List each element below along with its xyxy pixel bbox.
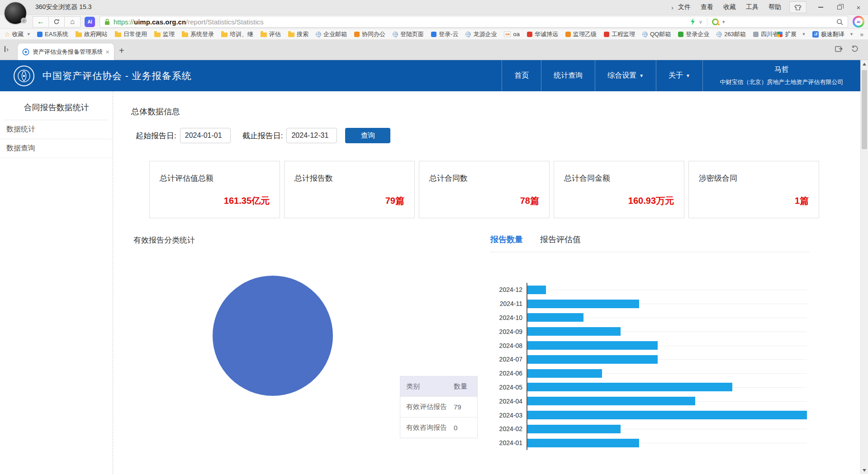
favorites-button[interactable]: ☆ 收藏 ▾ (5, 30, 30, 38)
nav-item[interactable]: 统计查询 (541, 60, 595, 91)
search-box[interactable]: ▾ (712, 19, 843, 25)
reload-button[interactable] (48, 16, 65, 28)
bar-plot (526, 338, 807, 352)
site-icon (527, 32, 532, 37)
360-search-icon[interactable] (712, 19, 719, 25)
bookmark-label: 四川省房 (761, 30, 777, 38)
bookmark-item[interactable]: QQ邮箱 (642, 30, 671, 38)
date-filter-form: 起始报告日: 截止报告日: 查询 (136, 128, 390, 143)
bar-row: 2024-09 (490, 324, 807, 338)
url-text[interactable]: https://uimp.cas.org.cn/report/Statistic… (114, 18, 686, 26)
bookmark-item[interactable]: 监理 (154, 30, 175, 38)
url-dropdown-icon[interactable]: ∨ (699, 19, 702, 25)
translate-button[interactable]: 译 极速翻译 ▾ (812, 30, 853, 38)
bar-plot (526, 408, 807, 422)
send-page-button[interactable] (835, 45, 843, 54)
bookmark-label: 搜索 (297, 30, 308, 38)
page-scrollbar[interactable] (860, 60, 868, 474)
bookmark-label: EAS系统 (45, 30, 68, 38)
bookmark-item[interactable]: 登录企业 (678, 30, 709, 38)
menu-item[interactable]: 查看 (701, 3, 713, 11)
menu-expand-icon[interactable]: › (667, 4, 678, 11)
bookmark-item[interactable]: 监理乙级 (565, 30, 597, 38)
address-bar[interactable]: https://uimp.cas.org.cn/report/Statistic… (100, 16, 848, 28)
stat-card: 总计报告数79篇 (284, 161, 415, 218)
home-button[interactable]: ⌂ (64, 16, 81, 28)
chevron-down-icon: ▼ (639, 73, 644, 78)
bookmark-item[interactable]: 263邮箱 (716, 30, 746, 38)
avatar-caret-icon: v (21, 18, 27, 23)
bookmark-item[interactable]: 四川省房 (753, 30, 777, 38)
nav-item[interactable]: 综合设置▼ (595, 60, 656, 91)
restore-button[interactable] (830, 0, 849, 14)
bookmark-item[interactable]: 搜索 (288, 30, 308, 38)
bookmark-item[interactable]: 日常使用 (115, 30, 147, 38)
extensions-button[interactable]: 扩展 ▾ (777, 30, 805, 38)
menu-item[interactable]: 帮助 (768, 3, 781, 11)
nav-item[interactable]: 首页 (502, 60, 541, 91)
restore-session-button[interactable] (851, 45, 859, 54)
bookmark-item[interactable]: 登陆页面 (393, 30, 424, 38)
browser-tab[interactable]: 资产评估业务报备管理系统 × (17, 43, 114, 60)
sidebar: 合同报告数据统计 数据统计数据查询 (0, 91, 113, 474)
favorites-label: 收藏 (12, 30, 24, 38)
user-avatar[interactable]: v (4, 1, 27, 25)
bar-plot (526, 311, 807, 325)
menu-item[interactable]: 文件 (678, 3, 691, 11)
webpage: 中国资产评估协会 - 业务报备系统 首页统计查询综合设置▼关于▼ 马哲 中财宝信… (0, 60, 860, 474)
chart-tab[interactable]: 报告评估值 (540, 234, 581, 245)
table-header-row: 类别 数量 (400, 376, 477, 396)
scroll-up-button[interactable] (861, 60, 868, 68)
bar-row: 2024-08 (490, 338, 807, 352)
skin-button[interactable] (789, 1, 806, 13)
menu-item[interactable]: 工具 (746, 3, 759, 11)
bookmark-item[interactable]: 华诚博远 (527, 30, 558, 38)
bookmark-item[interactable]: 系统登录 (182, 30, 214, 38)
scroll-down-button[interactable] (861, 466, 868, 474)
extensions-icon (777, 32, 783, 37)
bookmark-item[interactable]: 工程监理 (604, 30, 635, 38)
bookmark-item[interactable]: 培训、继 (221, 30, 253, 38)
end-date-label: 截止报告日: (242, 131, 283, 141)
nav-item[interactable]: 关于▼ (656, 60, 702, 91)
triangle-up-icon (863, 63, 866, 66)
back-button[interactable]: ← (33, 16, 49, 28)
new-tab-button[interactable]: + (119, 46, 124, 55)
scrollbar-thumb[interactable] (862, 70, 867, 149)
bookmarks-overflow-icon[interactable]: » (860, 31, 863, 38)
side-panel-toggle-icon[interactable]: › (5, 45, 9, 53)
bar-plot (526, 422, 807, 436)
quick-access-button[interactable] (690, 18, 695, 25)
bar-row: 2024-03 (490, 408, 807, 422)
bookmark-label: 系统登录 (190, 30, 214, 38)
bookmark-item[interactable]: 龙源企业 (465, 30, 497, 38)
sidebar-item[interactable]: 数据统计 (0, 120, 113, 139)
site-icon (678, 32, 683, 37)
close-button[interactable]: × (849, 0, 868, 14)
query-button[interactable]: 查询 (345, 128, 390, 143)
end-date-input[interactable] (286, 128, 337, 143)
menu-item[interactable]: 收藏 (723, 3, 736, 11)
bookmark-item[interactable]: oaoa (504, 31, 519, 38)
sidebar-item[interactable]: 数据查询 (0, 139, 113, 158)
bookmark-item[interactable]: 协同办公 (354, 30, 385, 38)
bar-row: 2024-12 (490, 283, 807, 297)
ai-assistant-icon[interactable]: AI (85, 17, 95, 27)
bookmark-label: QQ邮箱 (650, 30, 671, 38)
user-block[interactable]: 马哲 中财宝信（北京）房地产土地资产评估有限公司 (702, 60, 860, 91)
minimize-button[interactable] (811, 0, 830, 14)
bookmark-item[interactable]: 企业邮箱 (316, 30, 347, 38)
chart-tab[interactable]: 报告数量 (490, 234, 523, 245)
bookmark-item[interactable]: 评估 (261, 30, 281, 38)
bookmark-item[interactable]: 登录-云 (431, 30, 458, 38)
tab-close-icon[interactable]: × (105, 48, 109, 56)
bookmark-label: 登陆页面 (400, 30, 424, 38)
ai-browser-icon[interactable]: AI (853, 16, 864, 28)
bookmark-item[interactable]: 政府网站 (76, 30, 108, 38)
search-icon[interactable] (836, 19, 843, 25)
main-nav: 首页统计查询综合设置▼关于▼ (502, 60, 702, 91)
bookmarks-bar: ☆ 收藏 ▾ EAS系统政府网站日常使用监理系统登录培训、继评估搜索企业邮箱协同… (0, 29, 868, 40)
start-date-input[interactable] (180, 128, 231, 143)
bookmark-item[interactable]: EAS系统 (37, 30, 68, 38)
search-engine-dropdown-icon[interactable]: ▾ (722, 19, 725, 25)
